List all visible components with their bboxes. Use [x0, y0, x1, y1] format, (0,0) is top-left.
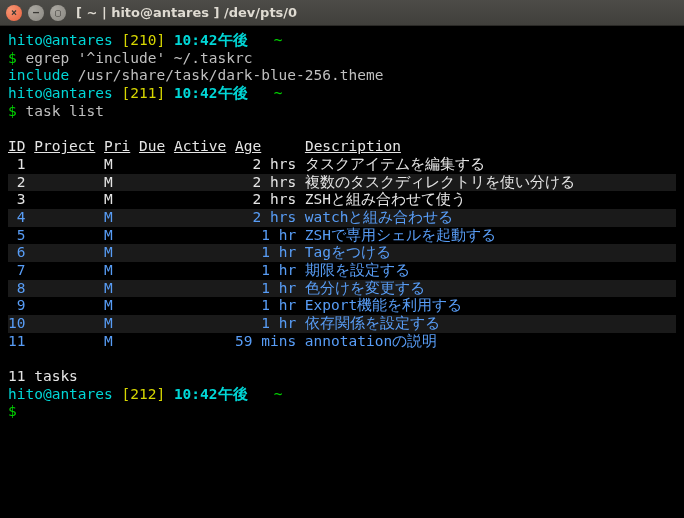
cell-id: 11 — [8, 333, 25, 349]
close-icon[interactable]: × — [6, 5, 22, 21]
cell-desc: ZSHで専用シェルを起動する — [305, 227, 496, 243]
prompt-dollar: $ — [8, 103, 17, 119]
cell-pri: M — [104, 244, 113, 260]
table-row: 11 M 59 mins annotationの説明 — [8, 333, 437, 349]
table-row: 5 M 1 hr ZSHで専用シェルを起動する — [8, 227, 496, 243]
cell-id: 10 — [8, 315, 25, 331]
cell-desc: 複数のタスクディレクトリを使い分ける — [305, 174, 575, 190]
col-age: Age — [235, 138, 261, 154]
prompt-marker: ~ — [274, 32, 283, 48]
cell-pri: M — [104, 280, 113, 296]
prompt-dollar: $ — [8, 50, 17, 66]
cell-pri: M — [104, 209, 113, 225]
cell-age: 2 hrs — [235, 174, 296, 190]
table-row: 9 M 1 hr Export機能を利用する — [8, 297, 462, 313]
cell-age: 1 hr — [235, 262, 296, 278]
cell-id: 7 — [8, 262, 25, 278]
cell-pri: M — [104, 174, 113, 190]
cell-id: 5 — [8, 227, 25, 243]
table-row: 4 M 2 hrs watchと組み合わせる — [8, 209, 676, 227]
cell-desc: 期限を設定する — [305, 262, 410, 278]
cell-desc: annotationの説明 — [305, 333, 437, 349]
cell-id: 2 — [8, 174, 25, 190]
titlebar: × – ▢ [ ~ | hito@antares ] /dev/pts/0 — [0, 0, 684, 26]
cell-desc: watchと組み合わせる — [305, 209, 454, 225]
col-active: Active — [174, 138, 226, 154]
prompt-histnum: [211] — [122, 85, 166, 101]
table-row: 6 M 1 hr Tagをつける — [8, 244, 676, 262]
cell-pri: M — [104, 333, 113, 349]
cell-pri: M — [104, 262, 113, 278]
cell-age: 1 hr — [235, 227, 296, 243]
cell-pri: M — [104, 315, 113, 331]
cell-desc: Export機能を利用する — [305, 297, 462, 313]
cell-id: 8 — [8, 280, 25, 296]
cell-age: 2 hrs — [235, 209, 296, 225]
cell-pri: M — [104, 156, 113, 172]
cell-id: 1 — [8, 156, 25, 172]
command-text: egrep '^include' ~/.taskrc — [25, 50, 252, 66]
terminal-window: × – ▢ [ ~ | hito@antares ] /dev/pts/0 hi… — [0, 0, 684, 518]
table-row: 7 M 1 hr 期限を設定する — [8, 262, 410, 278]
cell-age: 1 hr — [235, 280, 296, 296]
prompt-marker: ~ — [274, 85, 283, 101]
task-summary: 11 tasks — [8, 368, 78, 384]
cell-pri: M — [104, 191, 113, 207]
command-text: task list — [25, 103, 104, 119]
minimize-icon[interactable]: – — [28, 5, 44, 21]
terminal-body[interactable]: hito@antares [210] 10:42午後 ~ $ egrep '^i… — [0, 26, 684, 518]
cell-age: 2 hrs — [235, 156, 296, 172]
prompt-time: 10:42午後 — [174, 32, 248, 48]
window-title: [ ~ | hito@antares ] /dev/pts/0 — [76, 5, 297, 20]
cell-desc: Tagをつける — [305, 244, 391, 260]
col-desc: Description — [305, 138, 401, 154]
table-row: 8 M 1 hr 色分けを変更する — [8, 280, 676, 298]
table-row: 10 M 1 hr 依存関係を設定する — [8, 315, 676, 333]
cell-desc: タスクアイテムを編集する — [305, 156, 485, 172]
prompt-histnum: [212] — [122, 386, 166, 402]
prompt-marker: ~ — [274, 386, 283, 402]
cell-pri: M — [104, 297, 113, 313]
prompt-userhost: hito@antares — [8, 32, 113, 48]
cell-id: 4 — [8, 209, 25, 225]
cell-id: 3 — [8, 191, 25, 207]
cell-age: 1 hr — [235, 315, 296, 331]
cell-age: 2 hrs — [235, 191, 296, 207]
cell-desc: 色分けを変更する — [305, 280, 425, 296]
col-pri: Pri — [104, 138, 130, 154]
prompt-time: 10:42午後 — [174, 386, 248, 402]
prompt-dollar: $ — [8, 403, 17, 419]
cell-age: 1 hr — [235, 244, 296, 260]
prompt-time: 10:42午後 — [174, 85, 248, 101]
grep-rest: /usr/share/task/dark-blue-256.theme — [69, 67, 383, 83]
col-due: Due — [139, 138, 165, 154]
cell-desc: ZSHと組み合わせて使う — [305, 191, 466, 207]
cell-id: 6 — [8, 244, 25, 260]
grep-match: include — [8, 67, 69, 83]
cell-age: 1 hr — [235, 297, 296, 313]
table-row: 2 M 2 hrs 複数のタスクディレクトリを使い分ける — [8, 174, 676, 192]
cell-pri: M — [104, 227, 113, 243]
table-row: 1 M 2 hrs タスクアイテムを編集する — [8, 156, 485, 172]
cell-age: 59 mins — [235, 333, 296, 349]
prompt-histnum: [210] — [122, 32, 166, 48]
prompt-userhost: hito@antares — [8, 85, 113, 101]
prompt-userhost: hito@antares — [8, 386, 113, 402]
table-row: 3 M 2 hrs ZSHと組み合わせて使う — [8, 191, 466, 207]
col-project: Project — [34, 138, 95, 154]
col-id: ID — [8, 138, 25, 154]
maximize-icon[interactable]: ▢ — [50, 5, 66, 21]
cell-id: 9 — [8, 297, 25, 313]
cell-desc: 依存関係を設定する — [305, 315, 440, 331]
